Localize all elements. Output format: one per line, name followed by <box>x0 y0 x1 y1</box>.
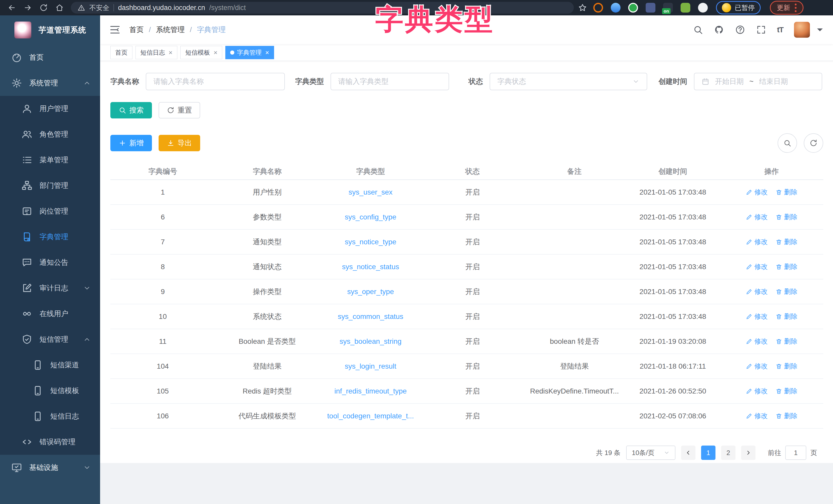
delete-button[interactable]: 删除 <box>776 312 798 321</box>
prev-page-button[interactable] <box>681 446 695 460</box>
dict-name-label: 字典名称 <box>110 77 139 86</box>
browser-forward-button[interactable] <box>21 1 34 14</box>
help-icon[interactable] <box>735 25 745 35</box>
bookmark-star-icon[interactable] <box>578 3 587 12</box>
toggle-search-button[interactable] <box>778 133 797 153</box>
cell-dict-type-link[interactable]: sys_boolean_string <box>319 337 422 346</box>
extension-icon-orange[interactable] <box>593 3 603 12</box>
sidebar-item-infra[interactable]: 基础设施 <box>0 455 100 480</box>
edit-button[interactable]: 修改 <box>746 362 768 371</box>
sidebar-item-home[interactable]: 首页 <box>0 45 100 70</box>
github-icon[interactable] <box>714 25 724 35</box>
sidebar-item-dict[interactable]: 字典管理 <box>0 224 100 250</box>
sidebar-item-system[interactable]: 系统管理 <box>0 70 100 96</box>
search-button[interactable]: 搜索 <box>110 102 152 119</box>
edit-button[interactable]: 修改 <box>746 212 768 222</box>
delete-button[interactable]: 删除 <box>776 362 798 371</box>
extension-icon-green-ring[interactable] <box>628 3 638 12</box>
delete-button[interactable]: 删除 <box>776 411 798 421</box>
cell-dict-type-link[interactable]: sys_oper_type <box>319 287 422 296</box>
sidebar-item-notice[interactable]: 通知公告 <box>0 250 100 275</box>
browser-update-button[interactable]: 更新 <box>770 1 804 15</box>
cell-dict-type-link[interactable]: sys_notice_type <box>319 238 422 246</box>
delete-button[interactable]: 删除 <box>776 337 798 346</box>
address-bar[interactable]: 不安全 dashboard.yudao.iocoder.cn/system/di… <box>71 2 574 14</box>
delete-button[interactable]: 删除 <box>776 262 798 271</box>
cell-dict-type-link[interactable]: sys_notice_status <box>319 263 422 271</box>
cell-dict-type-link[interactable]: sys_config_type <box>319 213 422 221</box>
close-icon[interactable]: × <box>265 49 269 56</box>
page-button-2[interactable]: 2 <box>721 446 736 460</box>
edit-button[interactable]: 修改 <box>746 287 768 296</box>
add-button[interactable]: 新增 <box>110 135 152 151</box>
close-icon[interactable]: × <box>169 49 172 56</box>
delete-button[interactable]: 删除 <box>776 237 798 246</box>
sidebar-item-role[interactable]: 角色管理 <box>0 122 100 147</box>
breadcrumb-home[interactable]: 首页 <box>129 25 144 34</box>
delete-button[interactable]: 删除 <box>776 287 798 296</box>
export-button[interactable]: 导出 <box>159 135 200 151</box>
sidebar-item-audit-log[interactable]: 审计日志 <box>0 275 100 301</box>
sidebar-fold-icon[interactable] <box>109 24 121 35</box>
breadcrumb-system[interactable]: 系统管理 <box>156 25 185 34</box>
browser-home-button[interactable] <box>53 1 66 14</box>
edit-button[interactable]: 修改 <box>746 237 768 246</box>
message-icon <box>22 257 32 268</box>
tab-字典管理[interactable]: 字典管理× <box>225 46 274 59</box>
browser-reload-button[interactable] <box>37 1 50 14</box>
extension-paused-badge[interactable]: 已暂停 <box>716 1 761 14</box>
cell-dict-type-link[interactable]: sys_login_result <box>319 362 422 371</box>
edit-button[interactable]: 修改 <box>746 337 768 346</box>
date-range-picker[interactable]: 开始日期 ~ 结束日期 <box>694 73 822 90</box>
edit-button[interactable]: 修改 <box>746 262 768 271</box>
sidebar-logo[interactable]: 芋道管理系统 <box>0 16 100 45</box>
delete-button[interactable]: 删除 <box>776 212 798 222</box>
sidebar-item-user[interactable]: 用户管理 <box>0 96 100 122</box>
sidebar-item-menu[interactable]: 菜单管理 <box>0 147 100 173</box>
close-icon[interactable]: × <box>214 49 217 56</box>
extension-icon-blue[interactable] <box>611 3 620 12</box>
edit-button[interactable]: 修改 <box>746 386 768 396</box>
sidebar-item-sms[interactable]: 短信管理 <box>0 327 100 352</box>
sidebar-item-post[interactable]: 岗位管理 <box>0 198 100 224</box>
cell-dict-type-link[interactable]: sys_user_sex <box>319 188 422 196</box>
header-search-icon[interactable] <box>693 25 703 35</box>
sidebar-item-sms-channel[interactable]: 短信渠道 <box>0 352 100 378</box>
tab-短信日志[interactable]: 短信日志× <box>136 46 177 59</box>
goto-page-input[interactable]: 1 <box>785 446 806 460</box>
tab-短信模板[interactable]: 短信模板× <box>181 46 222 59</box>
status-select[interactable]: 字典状态 <box>490 73 647 90</box>
font-size-icon[interactable]: tT <box>777 25 783 34</box>
tab-首页[interactable]: 首页 <box>110 46 133 59</box>
avatar-caret-down-icon[interactable] <box>817 28 823 34</box>
extension-icon-on[interactable]: on <box>663 3 673 12</box>
sidebar-item-sms-log[interactable]: 短信日志 <box>0 404 100 429</box>
delete-button[interactable]: 删除 <box>776 188 798 197</box>
extension-icon-slate[interactable] <box>646 3 656 12</box>
browser-menu-icon[interactable] <box>795 4 796 12</box>
edit-button[interactable]: 修改 <box>746 188 768 197</box>
page-size-select[interactable]: 10条/页 <box>626 446 675 460</box>
dict-name-input[interactable]: 请输入字典名称 <box>146 73 285 90</box>
refresh-table-button[interactable] <box>804 133 823 153</box>
cell-dict-name: 登陆结果 <box>215 361 319 371</box>
fullscreen-icon[interactable] <box>756 25 766 35</box>
next-page-button[interactable] <box>741 446 756 460</box>
edit-button[interactable]: 修改 <box>746 312 768 321</box>
extension-icon-white[interactable] <box>698 3 708 12</box>
reset-button[interactable]: 重置 <box>159 102 200 119</box>
cell-dict-type-link[interactable]: tool_codegen_template_t... <box>319 412 422 420</box>
sidebar-item-sms-template[interactable]: 短信模板 <box>0 378 100 404</box>
extension-icon-lime[interactable] <box>681 3 690 12</box>
cell-dict-type-link[interactable]: sys_common_status <box>319 312 422 321</box>
page-button-1[interactable]: 1 <box>701 446 715 460</box>
user-avatar[interactable] <box>794 22 810 38</box>
sidebar-item-online-user[interactable]: 在线用户 <box>0 301 100 327</box>
dict-type-input[interactable]: 请输入字典类型 <box>331 73 449 90</box>
edit-button[interactable]: 修改 <box>746 411 768 421</box>
cell-dict-type-link[interactable]: inf_redis_timeout_type <box>319 387 422 395</box>
sidebar-item-error-code[interactable]: 错误码管理 <box>0 429 100 455</box>
browser-back-button[interactable] <box>5 1 19 14</box>
delete-button[interactable]: 删除 <box>776 386 798 396</box>
sidebar-item-dept[interactable]: 部门管理 <box>0 173 100 198</box>
